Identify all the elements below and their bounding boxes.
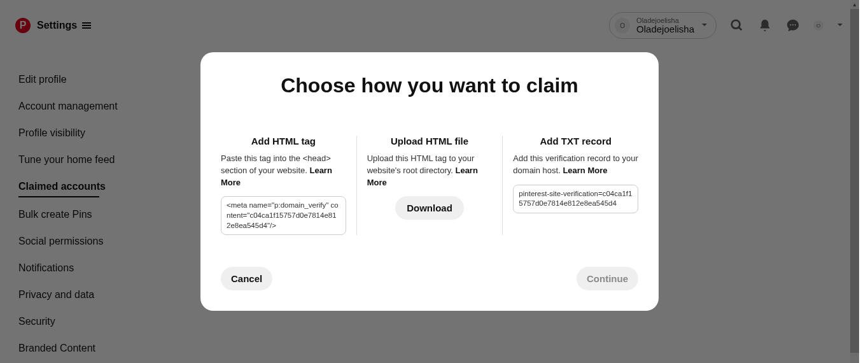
option-desc: Paste this tag into the <head> section o… (221, 153, 346, 189)
txt-record-code[interactable]: pinterest-site-verification=c04ca1f15757… (513, 185, 638, 213)
option-title: Add TXT record (513, 136, 638, 146)
option-upload-file: Upload HTML file Upload this HTML tag to… (356, 136, 503, 235)
option-title: Add HTML tag (221, 136, 346, 146)
option-txt-record: Add TXT record Add this verification rec… (502, 136, 638, 235)
claim-modal: Choose how you want to claim Add HTML ta… (200, 52, 659, 311)
modal-title: Choose how you want to claim (221, 74, 638, 97)
modal-footer: Cancel Continue (221, 267, 638, 290)
option-title: Upload HTML file (367, 136, 493, 146)
modal-overlay[interactable]: Choose how you want to claim Add HTML ta… (0, 0, 859, 363)
option-desc: Upload this HTML tag to your website's r… (367, 153, 493, 189)
download-button[interactable]: Download (395, 196, 464, 220)
option-desc: Add this verification record to your dom… (513, 153, 638, 177)
claim-options: Add HTML tag Paste this tag into the <he… (221, 136, 638, 235)
continue-button[interactable]: Continue (577, 267, 638, 290)
learn-more-link[interactable]: Learn More (563, 166, 607, 175)
option-html-tag: Add HTML tag Paste this tag into the <he… (221, 136, 356, 235)
cancel-button[interactable]: Cancel (221, 267, 272, 290)
html-tag-code[interactable]: <meta name="p:domain_verify" content="c0… (221, 196, 346, 235)
